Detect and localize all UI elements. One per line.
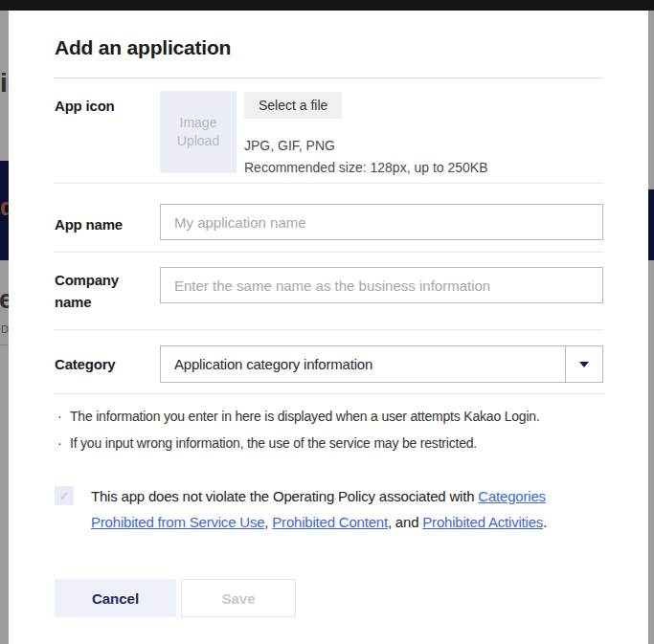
background-hero-block [648, 189, 654, 260]
background-text-fragment: D [1, 323, 9, 335]
category-row: Category Application category informatio… [55, 330, 603, 394]
screen: ic d es D Add an application App icon Im… [0, 0, 654, 644]
category-select-arrow-cell[interactable] [565, 346, 602, 382]
link-prohibited-activities[interactable]: Prohibited Activities [422, 514, 543, 530]
company-name-label: Company name [55, 267, 160, 313]
category-select[interactable]: Application category information [160, 345, 603, 383]
app-icon-meta: Select a file JPG, GIF, PNG Recommended … [244, 91, 488, 175]
notes-list: ·The information you enter in here is di… [57, 403, 603, 456]
category-selected-value: Application category information [161, 346, 565, 382]
upload-placeholder-text: Image [180, 114, 217, 132]
note-text: The information you enter in here is dis… [70, 409, 540, 424]
image-upload-dropzone[interactable]: Image Upload [160, 91, 237, 173]
app-name-label: App name [55, 204, 160, 240]
app-icon-row: App icon Image Upload Select a file JPG,… [55, 78, 603, 184]
company-name-input[interactable] [160, 267, 603, 303]
background-text-fragment: es [0, 285, 9, 315]
note-item: ·The information you enter in here is di… [57, 403, 603, 430]
app-icon-field: Image Upload Select a file JPG, GIF, PNG… [160, 91, 603, 175]
background-left-strip: ic d es D [0, 11, 9, 644]
background-text-fragment: ic [0, 68, 9, 99]
background-text-fragment: d [0, 193, 9, 221]
modal-actions: Cancel Save [55, 579, 603, 617]
company-name-field [160, 267, 603, 313]
note-text: If you input wrong information, the use … [70, 435, 477, 451]
policy-checkbox[interactable]: ✓ [55, 486, 74, 505]
bullet-icon: · [57, 403, 70, 430]
size-recommendation-text: Recommended size: 128px, up to 250KB [244, 160, 488, 175]
policy-text-segment: , and [388, 514, 422, 530]
policy-row: ✓ This app does not violate the Operatin… [55, 483, 603, 535]
category-label: Category [55, 345, 160, 383]
policy-text-segment: This app does not violate the Operating … [91, 488, 478, 504]
app-name-input[interactable] [160, 204, 603, 240]
background-top-bar [0, 0, 654, 11]
check-icon: ✓ [59, 489, 70, 503]
background-hero-block: d [0, 161, 9, 260]
modal-title: Add an application [55, 36, 603, 59]
add-application-modal: Add an application App icon Image Upload… [9, 11, 648, 644]
app-name-field [160, 204, 603, 240]
save-button[interactable]: Save [181, 579, 296, 617]
link-prohibited-content[interactable]: Prohibited Content [272, 514, 388, 530]
background-right-strip [648, 11, 654, 644]
category-field: Application category information [160, 345, 603, 383]
note-item: ·If you input wrong information, the use… [57, 430, 603, 456]
policy-text: This app does not violate the Operating … [91, 483, 603, 535]
app-name-row: App name [55, 184, 603, 253]
bullet-icon: · [57, 430, 70, 456]
upload-placeholder-text: Upload [177, 132, 219, 150]
policy-text-segment: . [543, 514, 547, 530]
select-file-button[interactable]: Select a file [244, 92, 342, 119]
background-divider [0, 344, 9, 345]
cancel-button[interactable]: Cancel [55, 579, 176, 617]
app-icon-label: App icon [55, 91, 160, 175]
company-name-row: Company name [55, 253, 603, 330]
chevron-down-icon [579, 362, 589, 367]
file-formats-text: JPG, GIF, PNG [244, 138, 488, 153]
